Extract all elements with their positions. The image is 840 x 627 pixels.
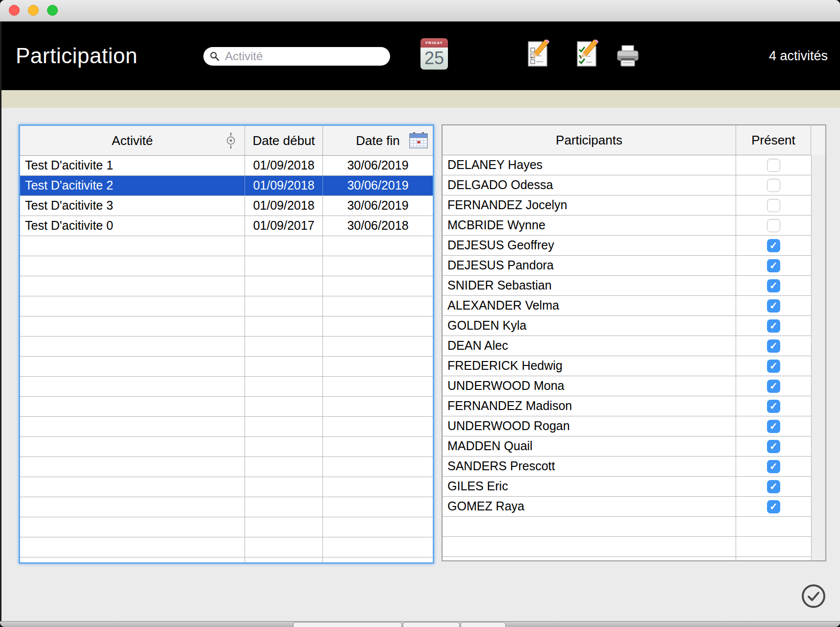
minimize-button[interactable] — [28, 5, 39, 16]
present-checkbox[interactable] — [767, 219, 780, 232]
empty-cell — [245, 437, 323, 457]
present-checkbox[interactable]: ✓ — [767, 380, 780, 393]
activity-row[interactable]: Test D'acitivite 001/09/201730/06/2018 — [20, 216, 433, 236]
activity-empty-row[interactable] — [20, 437, 433, 457]
column-header-activite[interactable]: Activité — [20, 126, 245, 155]
present-checkbox[interactable]: ✓ — [767, 480, 780, 493]
target-icon[interactable] — [225, 132, 237, 149]
participant-row[interactable]: ALEXANDER Velma✓ — [443, 296, 825, 316]
present-checkbox[interactable]: ✓ — [767, 440, 780, 453]
activity-empty-row[interactable] — [20, 497, 433, 517]
column-header-date-fin[interactable]: Date fin — [323, 126, 433, 155]
activity-row[interactable]: Test D'acitivite 101/09/201830/06/2019 — [20, 156, 433, 176]
present-checkbox[interactable]: ✓ — [767, 460, 780, 473]
activity-empty-row[interactable] — [20, 477, 433, 497]
activity-empty-row[interactable] — [20, 537, 433, 557]
participant-row[interactable]: SANDERS Prescott✓ — [443, 457, 825, 477]
participant-row[interactable]: UNDERWOOD Mona✓ — [443, 376, 825, 396]
participant-present-cell: ✓ — [736, 457, 811, 476]
participant-present-cell: ✓ — [736, 477, 811, 496]
activity-empty-row[interactable] — [20, 296, 433, 316]
zoom-button[interactable] — [47, 5, 58, 16]
participant-row[interactable]: MADDEN Quail✓ — [443, 436, 825, 457]
activity-empty-row[interactable] — [20, 397, 433, 417]
bottom-toolbar-segment[interactable] — [403, 622, 460, 627]
empty-cell — [736, 557, 811, 561]
bottom-toolbar-segment[interactable] — [461, 622, 506, 627]
empty-cell — [323, 337, 433, 356]
participant-name-cell: GOMEZ Raya — [443, 497, 736, 516]
confirm-check-button[interactable] — [801, 583, 826, 609]
participant-row[interactable]: DEAN Alec✓ — [443, 336, 825, 356]
present-checkbox[interactable] — [767, 179, 780, 192]
participant-name-cell: GOLDEN Kyla — [443, 316, 736, 336]
empty-cell — [736, 537, 811, 556]
empty-cell — [245, 457, 323, 477]
activity-empty-row[interactable] — [20, 377, 433, 397]
empty-cell — [20, 477, 245, 497]
edit-participation-icon[interactable] — [574, 40, 601, 68]
activity-empty-row[interactable] — [20, 276, 433, 296]
activity-start-date-cell: 01/09/2018 — [245, 156, 323, 175]
column-header-present[interactable]: Présent — [736, 125, 811, 155]
participant-row[interactable]: DEJESUS Pandora✓ — [443, 256, 825, 276]
present-checkbox[interactable]: ✓ — [767, 500, 780, 513]
present-checkbox[interactable]: ✓ — [767, 319, 780, 333]
present-checkbox[interactable]: ✓ — [767, 299, 780, 313]
participant-name-cell: FREDERICK Hedwig — [443, 356, 736, 376]
present-checkbox[interactable]: ✓ — [767, 400, 780, 413]
participant-name-cell: SNIDER Sebastian — [443, 276, 736, 295]
participants-table-header: Participants Présent — [443, 125, 825, 155]
participant-row[interactable]: GOLDEN Kyla✓ — [443, 316, 825, 336]
present-checkbox[interactable]: ✓ — [767, 339, 780, 353]
participant-row[interactable]: FREDERICK Hedwig✓ — [443, 356, 825, 376]
participant-row[interactable]: DELGADO Odessa — [443, 175, 825, 195]
participant-row[interactable]: GILES Eric✓ — [443, 477, 825, 497]
bottom-toolbar-segment[interactable] — [293, 622, 402, 627]
empty-cell — [20, 296, 245, 316]
participant-row[interactable]: MCBRIDE Wynne — [443, 216, 825, 236]
search-input[interactable] — [224, 49, 385, 64]
present-checkbox[interactable]: ✓ — [767, 239, 780, 252]
activity-empty-row[interactable] — [20, 357, 433, 377]
calendar-day: 25 — [420, 48, 448, 70]
activity-empty-row[interactable] — [20, 256, 433, 276]
participant-row[interactable]: SNIDER Sebastian✓ — [443, 276, 825, 296]
participant-name-cell: FERNANDEZ Jocelyn — [443, 195, 736, 215]
present-checkbox[interactable] — [767, 199, 780, 212]
column-header-participants[interactable]: Participants — [443, 125, 736, 155]
edit-activity-icon[interactable] — [525, 40, 552, 68]
participant-present-cell: ✓ — [736, 236, 811, 255]
activity-empty-row[interactable] — [20, 316, 433, 337]
search-field[interactable] — [203, 47, 390, 66]
close-button[interactable] — [9, 5, 20, 16]
print-icon[interactable] — [616, 45, 640, 68]
empty-cell — [245, 477, 323, 497]
calendar-icon[interactable]: FRIDAY 25 — [420, 38, 448, 70]
participant-row[interactable]: DELANEY Hayes — [443, 155, 825, 175]
participant-row[interactable]: DEJESUS Geoffrey✓ — [443, 236, 825, 256]
present-checkbox[interactable] — [767, 159, 780, 172]
participant-row[interactable]: GOMEZ Raya✓ — [443, 497, 825, 517]
empty-cell — [323, 357, 433, 376]
column-header-date-debut[interactable]: Date début — [245, 126, 323, 155]
activity-empty-row[interactable] — [20, 517, 433, 537]
activity-empty-row[interactable] — [20, 557, 433, 564]
mini-calendar-icon[interactable] — [409, 132, 428, 149]
empty-cell — [323, 377, 433, 396]
present-checkbox[interactable]: ✓ — [767, 360, 780, 373]
empty-cell — [323, 236, 433, 256]
activity-row[interactable]: Test D'acitivite 201/09/201830/06/2019 — [20, 176, 433, 196]
present-checkbox[interactable]: ✓ — [767, 259, 780, 272]
present-checkbox[interactable]: ✓ — [767, 420, 780, 433]
participant-row[interactable]: FERNANDEZ Madison✓ — [443, 396, 825, 416]
activity-empty-row[interactable] — [20, 417, 433, 437]
participant-row[interactable]: FERNANDEZ Jocelyn — [443, 195, 825, 216]
empty-cell — [20, 437, 245, 457]
present-checkbox[interactable]: ✓ — [767, 279, 780, 292]
activity-empty-row[interactable] — [20, 337, 433, 357]
activity-row[interactable]: Test D'acitivite 301/09/201830/06/2019 — [20, 196, 433, 216]
activity-empty-row[interactable] — [20, 236, 433, 256]
participant-row[interactable]: UNDERWOOD Rogan✓ — [443, 416, 825, 436]
activity-empty-row[interactable] — [20, 457, 433, 477]
